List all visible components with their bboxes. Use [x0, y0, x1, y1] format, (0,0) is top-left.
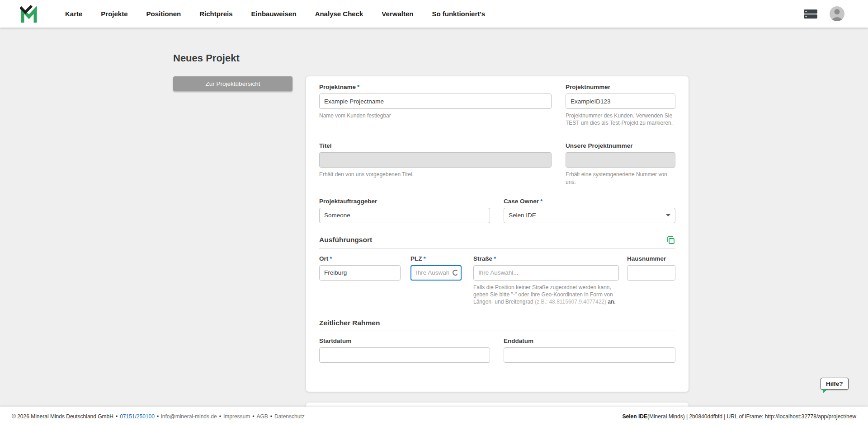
hausnummer-input[interactable] — [627, 265, 675, 281]
nav-item-projekte[interactable]: Projekte — [101, 10, 127, 18]
new-project-form-card: Projektname* Name vom Kunden festlegbar … — [306, 76, 689, 392]
case-owner-value: Selen IDE — [509, 212, 536, 219]
titel-input — [319, 152, 552, 168]
projektauftraggeber-label: Projektauftraggeber — [319, 198, 490, 205]
footer-legal: © 2026 Mineral Minds Deutschland GmbH • … — [12, 413, 305, 420]
unsere-projektnummer-input — [566, 152, 675, 168]
projektname-helper: Name vom Kunden festlegbar — [319, 112, 552, 119]
section-divider — [319, 248, 675, 249]
navbar-right — [803, 6, 844, 21]
section-divider — [319, 331, 675, 331]
mineral-minds-logo[interactable] — [20, 5, 41, 23]
server-icon[interactable] — [803, 9, 818, 19]
back-to-project-overview-button[interactable]: Zur Projektübersicht — [173, 76, 292, 91]
field-plz: PLZ* — [410, 255, 462, 306]
required-marker: * — [494, 255, 496, 262]
ort-label: Ort* — [319, 255, 401, 262]
strasse-input[interactable] — [473, 265, 619, 281]
nav-item-karte[interactable]: Karte — [65, 10, 82, 18]
user-avatar[interactable] — [830, 6, 844, 21]
required-marker: * — [357, 84, 359, 90]
nav-item-so-funktionierts[interactable]: So funktioniert's — [432, 10, 485, 18]
enddatum-label: Enddatum — [504, 337, 675, 344]
logo-m-icon — [20, 5, 41, 23]
strasse-helper: Falls die Position keiner Straße zugeord… — [473, 284, 619, 306]
titel-label: Titel — [319, 142, 552, 149]
nav-item-richtpreis[interactable]: Richtpreis — [199, 10, 232, 18]
footer-impressum-link[interactable]: Impressum — [223, 413, 250, 420]
projektauftraggeber-input[interactable] — [319, 208, 490, 223]
field-startdatum: Startdatum — [319, 337, 490, 363]
enddatum-input[interactable] — [504, 347, 675, 363]
footer: © 2026 Mineral Minds Deutschland GmbH • … — [0, 407, 868, 426]
chevron-down-icon — [666, 214, 670, 216]
unsere-projektnummer-helper: Erhält eine systemgenerierte Nummer von … — [566, 171, 675, 185]
field-titel: Titel Erhält den von uns vorgegebenen Ti… — [319, 142, 552, 185]
field-ort: Ort* — [319, 255, 401, 306]
field-case-owner: Case Owner* Selen IDE — [504, 198, 675, 223]
titel-helper: Erhält den von uns vorgegebenen Titel. — [319, 171, 552, 178]
nav-item-einbauweisen[interactable]: Einbauweisen — [251, 10, 297, 18]
session-details: (Mineral Minds) | 2b0840ddfbfd | URL of … — [647, 413, 856, 420]
footer-phone-link[interactable]: 07151/250100 — [120, 413, 155, 420]
footer-agb-link[interactable]: AGB — [256, 413, 268, 420]
startdatum-input[interactable] — [319, 347, 490, 363]
main-nav: Karte Projekte Positionen Richtpreis Ein… — [65, 10, 485, 18]
footer-session-info: Selen IDE (Mineral Minds) | 2b0840ddfbfd… — [623, 413, 856, 420]
person-icon — [830, 6, 844, 21]
nav-item-analyse-check[interactable]: Analyse Check — [315, 10, 363, 18]
section-heading-ausfuehrungsort: Ausführungsort — [319, 236, 372, 244]
plz-label: PLZ* — [410, 255, 462, 262]
top-navbar: Karte Projekte Positionen Richtpreis Ein… — [0, 0, 868, 28]
copyright-text: © 2026 Mineral Minds Deutschland GmbH — [12, 413, 113, 420]
unsere-projektnummer-label: Unsere Projektnummer — [566, 142, 675, 149]
session-user: Selen IDE — [623, 413, 647, 420]
nav-item-verwalten[interactable]: Verwalten — [382, 10, 413, 18]
hausnummer-label: Hausnummer — [627, 255, 675, 262]
required-marker: * — [330, 255, 332, 262]
copy-icon[interactable] — [665, 235, 675, 245]
projektname-input[interactable] — [319, 94, 552, 109]
nav-item-positionen[interactable]: Positionen — [146, 10, 181, 18]
projektnummer-helper: Projektnummer des Kunden. Verwenden Sie … — [566, 112, 675, 126]
footer-datenschutz-link[interactable]: Datenschutz — [274, 413, 305, 420]
field-projektauftraggeber: Projektauftraggeber — [319, 198, 490, 223]
ort-input[interactable] — [319, 265, 401, 281]
projektnummer-label: Projektnummer — [566, 84, 675, 90]
field-enddatum: Enddatum — [504, 337, 675, 363]
required-marker: * — [424, 255, 426, 262]
footer-email-link[interactable]: info@mineral-minds.de — [161, 413, 217, 420]
section-heading-zeitlicher-rahmen: Zeitlicher Rahmen — [319, 319, 380, 327]
projektname-label: Projektname* — [319, 84, 552, 90]
page-title: Neues Projekt — [173, 52, 240, 64]
strasse-label: Straße* — [473, 255, 619, 262]
field-strasse: Straße* Falls die Position keiner Straße… — [473, 255, 619, 306]
field-projektnummer: Projektnummer Projektnummer des Kunden. … — [566, 84, 675, 126]
field-hausnummer: Hausnummer — [627, 255, 675, 306]
loading-spinner-icon — [453, 270, 458, 276]
startdatum-label: Startdatum — [319, 337, 490, 344]
help-button[interactable]: Hilfe? — [821, 378, 849, 390]
projektnummer-input[interactable] — [566, 94, 675, 109]
field-unsere-projektnummer: Unsere Projektnummer Erhält eine systemg… — [566, 142, 675, 185]
case-owner-label: Case Owner* — [504, 198, 675, 205]
case-owner-select[interactable]: Selen IDE — [504, 208, 675, 223]
field-projektname: Projektname* Name vom Kunden festlegbar — [319, 84, 552, 126]
required-marker: * — [540, 198, 542, 205]
